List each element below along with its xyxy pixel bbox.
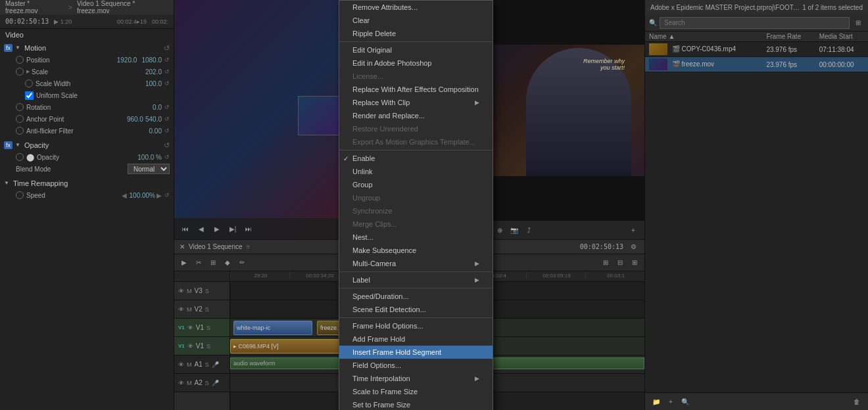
menu-render-replace[interactable]: Render and Replace... — [339, 109, 493, 122]
menu-replace-after-effects[interactable]: Replace With After Effects Composition — [339, 83, 493, 96]
label-arrow: ▶ — [475, 277, 479, 283]
menu-time-interpolation-label: Time Interpolation — [352, 375, 410, 382]
menu-restore-unrendered: Restore Unrendered — [339, 122, 493, 135]
menu-scene-edit-label: Scene Edit Detection... — [352, 306, 426, 313]
menu-insert-frame-hold-label: Insert Frame Hold Segment — [352, 348, 441, 356]
menu-render-replace-label: Render and Replace... — [352, 112, 425, 120]
menu-set-frame[interactable]: Set to Frame Size — [339, 398, 493, 410]
menu-synchronize-label: Synchronize — [352, 207, 393, 215]
menu-export-motion: Export As Motion Graphics Template... — [339, 135, 493, 148]
menu-speed-duration[interactable]: Speed/Duration... — [339, 290, 493, 303]
menu-sep-3 — [339, 271, 493, 272]
menu-replace-with-clip-label: Replace With Clip — [352, 99, 410, 106]
menu-label-label: Label — [352, 276, 370, 284]
menu-ripple-delete[interactable]: Ripple Delete — [339, 27, 493, 40]
menu-merge-clips-label: Merge Clips... — [352, 220, 397, 228]
menu-insert-frame-hold[interactable]: Insert Frame Hold Segment — [339, 346, 493, 359]
menu-make-subsequence[interactable]: Make Subsequence — [339, 244, 493, 257]
menu-clear-label: Clear — [352, 16, 370, 24]
menu-time-interpolation[interactable]: Time Interpolation ▶ — [339, 372, 493, 385]
menu-scale-frame-label: Scale to Frame Size — [352, 388, 418, 396]
menu-scene-edit[interactable]: Scene Edit Detection... — [339, 303, 493, 316]
menu-frame-hold-options-label: Frame Hold Options... — [352, 322, 423, 330]
menu-sep-2 — [339, 150, 493, 150]
menu-export-motion-label: Export As Motion Graphics Template... — [352, 138, 475, 146]
menu-synchronize: Synchronize — [339, 204, 493, 217]
menu-add-frame-hold-label: Add Frame Hold — [352, 335, 405, 343]
menu-multi-camera[interactable]: Multi-Camera ▶ — [339, 257, 493, 270]
menu-remove-attributes[interactable]: Remove Attributes... — [339, 1, 493, 14]
app-container: Master * freeze.mov > Video 1 Sequence *… — [0, 0, 868, 410]
menu-merge-clips: Merge Clips... — [339, 217, 493, 231]
menu-sep-4 — [339, 288, 493, 288]
menu-ripple-delete-label: Ripple Delete — [352, 30, 396, 37]
menu-license: License... — [339, 70, 493, 83]
time-interp-arrow: ▶ — [475, 375, 479, 382]
menu-sep-5 — [339, 317, 493, 318]
menu-unlink-label: Unlink — [352, 168, 373, 175]
menu-add-frame-hold[interactable]: Add Frame Hold — [339, 332, 493, 346]
menu-frame-hold-options[interactable]: Frame Hold Options... — [339, 319, 493, 332]
menu-edit-original[interactable]: Edit Original — [339, 43, 493, 57]
menu-group[interactable]: Group — [339, 178, 493, 191]
menu-unlink[interactable]: Unlink — [339, 165, 493, 178]
menu-restore-unrendered-label: Restore Unrendered — [352, 125, 418, 133]
replace-clip-arrow: ▶ — [475, 99, 479, 106]
menu-replace-with-clip[interactable]: Replace With Clip ▶ — [339, 96, 493, 109]
menu-enable-label: Enable — [352, 154, 375, 162]
context-menu-overlay[interactable]: Remove Attributes... Clear Ripple Delete… — [0, 0, 868, 410]
menu-group-label: Group — [352, 181, 373, 189]
menu-set-frame-label: Set to Frame Size — [352, 401, 410, 409]
enable-checkmark: ✓ — [343, 155, 349, 162]
menu-clear[interactable]: Clear — [339, 14, 493, 27]
menu-sep-1 — [339, 41, 493, 42]
menu-scale-frame[interactable]: Scale to Frame Size — [339, 385, 493, 398]
menu-multi-camera-label: Multi-Camera — [352, 260, 396, 267]
menu-ungroup: Ungroup — [339, 191, 493, 204]
menu-speed-duration-label: Speed/Duration... — [352, 292, 409, 300]
menu-license-label: License... — [352, 72, 383, 80]
menu-edit-photoshop[interactable]: Edit in Adobe Photoshop — [339, 57, 493, 70]
menu-make-subsequence-label: Make Subsequence — [352, 246, 416, 254]
menu-enable[interactable]: ✓ Enable — [339, 152, 493, 165]
menu-nest[interactable]: Nest... — [339, 231, 493, 244]
menu-edit-photoshop-label: Edit in Adobe Photoshop — [352, 59, 431, 67]
menu-edit-original-label: Edit Original — [352, 46, 392, 54]
menu-field-options[interactable]: Field Options... — [339, 359, 493, 372]
menu-ungroup-label: Ungroup — [352, 194, 380, 202]
menu-nest-label: Nest... — [352, 233, 374, 241]
multi-camera-arrow: ▶ — [475, 260, 479, 267]
menu-field-options-label: Field Options... — [352, 361, 401, 369]
context-menu: Remove Attributes... Clear Ripple Delete… — [339, 0, 493, 410]
menu-remove-attributes-label: Remove Attributes... — [352, 3, 418, 11]
menu-label[interactable]: Label ▶ — [339, 273, 493, 286]
menu-replace-after-effects-label: Replace With After Effects Composition — [352, 85, 479, 93]
